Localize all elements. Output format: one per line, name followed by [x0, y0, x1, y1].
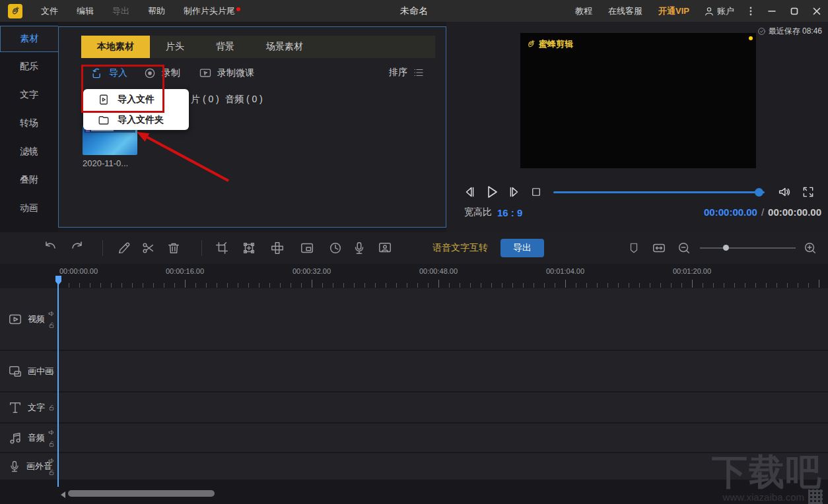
edit-button[interactable] [116, 240, 132, 256]
track-lock-icon[interactable] [48, 469, 55, 476]
track-lock-icon[interactable] [48, 404, 55, 411]
import-icon [90, 67, 104, 80]
close-button[interactable] [806, 0, 828, 22]
sidebar-item-overlay[interactable]: 叠附 [0, 166, 58, 194]
track-lock-icon[interactable] [48, 367, 55, 375]
tutorial-link[interactable]: 教程 [567, 5, 600, 17]
zoom-out-button[interactable] [676, 240, 692, 256]
sidebar-item-animation[interactable]: 动画 [0, 194, 58, 222]
menu-edit[interactable]: 编辑 [67, 5, 103, 17]
fullscreen-button[interactable] [800, 184, 816, 200]
aspect-ratio-control[interactable]: 宽高比 16 : 9 [464, 206, 522, 218]
toolbar-separator [102, 240, 103, 256]
sort-button[interactable]: 排序 [389, 67, 425, 79]
maximize-button[interactable] [783, 0, 806, 22]
sort-list-icon [413, 67, 425, 79]
media-clip-item[interactable]: 2020-11-0... [83, 125, 137, 168]
prev-frame-button[interactable] [462, 184, 478, 200]
audio-track-header: 音频 [0, 424, 58, 452]
support-link[interactable]: 在线客服 [600, 5, 650, 17]
zoom-in-button[interactable] [802, 240, 818, 256]
left-sidebar: 素材 配乐 文字 转场 滤镜 叠附 动画 [0, 22, 58, 232]
tab-background[interactable]: 背景 [200, 36, 250, 58]
tab-intro[interactable]: 片头 [150, 36, 200, 58]
track-lock-icon[interactable] [48, 321, 55, 329]
tab-scene-media[interactable]: 场景素材 [250, 36, 319, 58]
mosaic-icon [270, 241, 285, 255]
track-volume-icon[interactable] [48, 457, 55, 465]
play-icon [483, 184, 499, 200]
seek-slider[interactable] [553, 191, 765, 193]
sidebar-item-music[interactable]: 配乐 [0, 52, 58, 80]
playhead-line[interactable] [57, 276, 59, 487]
record-course-button[interactable]: 录制微课 [199, 67, 254, 80]
ruler-label: 00:00:00.00 [59, 267, 98, 275]
seek-slider-thumb[interactable] [755, 188, 763, 197]
scroll-left-arrow[interactable] [61, 491, 65, 498]
bee-icon [10, 6, 20, 16]
edit-toolbar: 语音文字互转 导出 [0, 232, 828, 264]
menu-help[interactable]: 帮助 [139, 5, 174, 17]
voiceover-track-header: 画外音 [0, 453, 58, 480]
more-menu-button[interactable] [741, 6, 761, 16]
toolbar-separator [201, 240, 202, 256]
zoom-out-icon [677, 241, 691, 255]
player-info-row: 宽高比 16 : 9 00:00:00.00 / 00:00:00.00 [446, 206, 828, 222]
track-volume-icon[interactable] [48, 428, 55, 436]
sidebar-item-transition[interactable]: 转场 [0, 109, 58, 137]
minimize-button[interactable] [761, 0, 783, 22]
text-track[interactable]: 文字 [0, 393, 828, 422]
timeline-ruler[interactable]: 00:00:00.00 00:00:16.00 00:00:32.00 00:0… [0, 264, 828, 288]
pip-button[interactable] [299, 240, 315, 256]
export-button[interactable]: 导出 [500, 239, 544, 257]
volume-button[interactable] [776, 184, 792, 200]
horizontal-scrollbar[interactable] [68, 490, 215, 497]
tab-local-media[interactable]: 本地素材 [81, 36, 150, 58]
menu-file[interactable]: 文件 [32, 5, 67, 17]
play-button[interactable] [483, 184, 499, 200]
pip-icon [300, 241, 314, 255]
duration-button[interactable] [328, 240, 343, 256]
playback-controls [446, 184, 828, 203]
cut-button[interactable] [141, 240, 156, 256]
track-lock-icon[interactable] [48, 440, 55, 447]
voiceover-button[interactable] [351, 240, 367, 256]
import-dropdown-menu: 导入文件 导入文件夹 [83, 89, 189, 130]
menu-item-import-file[interactable]: 导入文件 [83, 89, 189, 110]
zoom-clip-button[interactable] [241, 240, 257, 256]
vip-link[interactable]: 开通VIP [650, 5, 697, 17]
fit-timeline-button[interactable] [651, 240, 667, 256]
timeline-zoom-slider[interactable] [700, 247, 796, 249]
mosaic-button[interactable] [269, 240, 285, 256]
last-saved-status: 最近保存 08:46 [757, 26, 822, 37]
current-time: 00:00:00.00 [704, 206, 757, 218]
menu-item-import-folder[interactable]: 导入文件夹 [83, 110, 189, 130]
titlebar: 文件 编辑 导出 帮助 制作片头片尾 未命名 教程 在线客服 开通VIP 账户 [0, 0, 828, 22]
sidebar-item-filter[interactable]: 滤镜 [0, 137, 58, 166]
account-button[interactable]: 账户 [697, 5, 741, 17]
crop-button[interactable] [214, 240, 230, 256]
menu-intro-outro[interactable]: 制作片头片尾 [174, 5, 244, 17]
video-track[interactable]: 视频 [0, 288, 828, 350]
sidebar-item-media[interactable]: 素材 [0, 26, 58, 52]
audio-count[interactable]: 音频 ( 0 ) [225, 94, 263, 106]
undo-button[interactable] [42, 240, 58, 256]
marker-button[interactable] [626, 240, 642, 256]
clip-count[interactable]: 片 ( 0 ) [191, 94, 219, 106]
import-button[interactable]: 导入 [90, 67, 127, 80]
timeline-zoom-thumb[interactable] [723, 245, 729, 251]
webcam-record-button[interactable] [377, 240, 393, 256]
stop-button[interactable] [528, 184, 544, 200]
pip-track[interactable]: 画中画 [0, 351, 828, 391]
video-preview[interactable]: 蜜蜂剪辑 [520, 33, 756, 168]
next-frame-button[interactable] [506, 184, 522, 200]
track-volume-icon[interactable] [48, 309, 55, 317]
voiceover-track[interactable]: 画外音 [0, 453, 828, 480]
redo-button[interactable] [69, 240, 85, 256]
sidebar-item-text[interactable]: 文字 [0, 80, 58, 109]
delete-button[interactable] [166, 240, 182, 256]
record-button[interactable]: 录制 [143, 67, 180, 80]
audio-track[interactable]: 音频 [0, 424, 828, 452]
record-course-label: 录制微课 [217, 67, 254, 79]
speech-text-convert-button[interactable]: 语音文字互转 [432, 242, 488, 254]
